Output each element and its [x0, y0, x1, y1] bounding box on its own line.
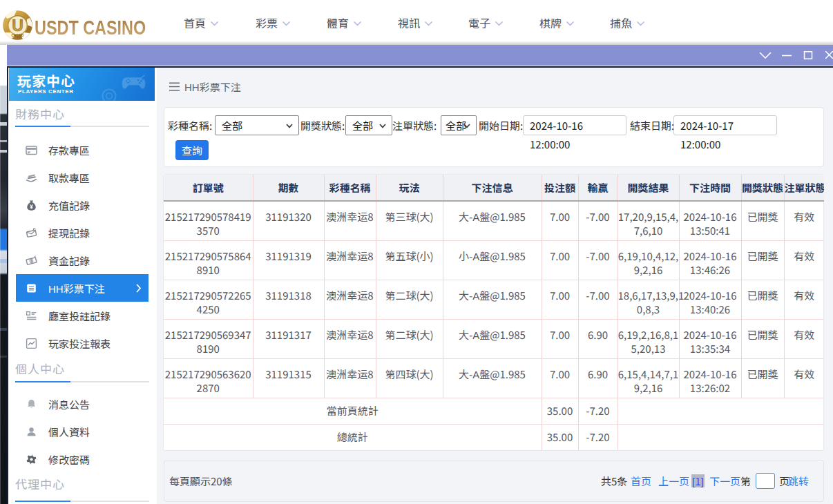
svg-text:U: U — [12, 17, 23, 35]
svg-text:CASINO: CASINO — [12, 34, 24, 37]
